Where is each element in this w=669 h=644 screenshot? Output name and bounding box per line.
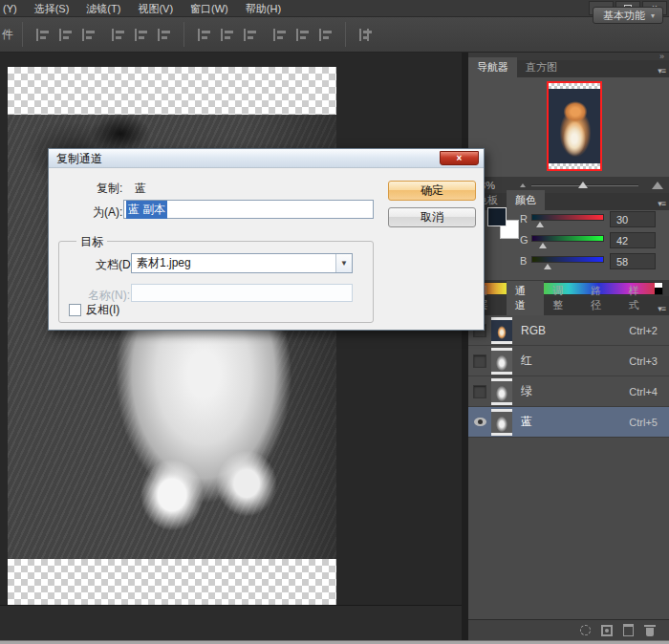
visibility-cell[interactable]	[468, 354, 491, 368]
panel-dock: » 导航器 直方图 ▾≡ 33% 色板 颜色 ▾≡	[468, 53, 669, 640]
align-top-group	[111, 28, 171, 42]
tab-adjustments[interactable]: 调整	[544, 281, 582, 315]
align-left-icon[interactable]	[35, 28, 50, 42]
blue-value-field[interactable]: 58	[610, 253, 656, 269]
channel-shortcut: Ctrl+4	[629, 386, 658, 397]
options-bar: 件	[0, 17, 669, 53]
new-channel-icon[interactable]	[623, 624, 634, 636]
zoom-slider-thumb[interactable]	[578, 182, 588, 188]
channels-tabbar: 图层 通道 调整 路径 样式 ▾≡	[468, 296, 669, 315]
red-slider[interactable]	[531, 214, 604, 221]
channel-name: RGB	[521, 324, 629, 337]
align-hcenter-icon[interactable]	[58, 28, 73, 42]
distribute-group-1	[197, 28, 257, 42]
menu-item-truncated[interactable]: (Y)	[0, 0, 26, 17]
destination-group-label: 目标	[76, 234, 107, 250]
destination-groupbox: 目标 文档(D): 素材1.jpeg ▼ 名称(N): 反相(I)	[58, 241, 374, 323]
visibility-cell[interactable]	[468, 385, 491, 398]
auto-align-layers-icon[interactable]	[358, 28, 378, 42]
distribute-vcenter-icon[interactable]	[220, 28, 234, 42]
thumb-checker-bottom	[549, 163, 600, 169]
menu-item-view[interactable]: 视图(V)	[129, 0, 182, 17]
navigator-proxy-view[interactable]	[547, 81, 602, 171]
toolbar-divider	[183, 22, 184, 47]
status-bar	[0, 605, 462, 640]
align-bottom-icon[interactable]	[157, 28, 171, 42]
channel-shortcut: Ctrl+5	[629, 417, 658, 428]
channel-thumbnail-rgb	[491, 317, 512, 344]
workspace-switcher-button[interactable]: 基本功能 ▾	[593, 7, 663, 24]
green-value-field[interactable]: 42	[610, 232, 656, 248]
menu-item-filter[interactable]: 滤镜(T)	[77, 0, 129, 17]
blue-slider-thumb[interactable]	[544, 264, 551, 269]
duplicate-channel-dialog: 复制通道 × 复制: 蓝 为(A): 蓝 副本 确定 取消 目标 文档(D): …	[48, 148, 485, 331]
align-right-icon[interactable]	[81, 28, 96, 42]
load-channel-as-selection-icon[interactable]	[580, 625, 591, 635]
red-value-field[interactable]: 30	[610, 211, 656, 227]
dock-separator[interactable]	[462, 53, 468, 640]
eye-icon[interactable]	[474, 418, 486, 426]
align-top-icon[interactable]	[111, 28, 125, 42]
red-slider-row: R 30	[520, 211, 663, 230]
zoom-in-icon[interactable]	[652, 182, 663, 189]
channel-name-input[interactable]: 蓝 副本	[123, 200, 374, 219]
channel-row-blue[interactable]: 蓝 Ctrl+5	[468, 407, 669, 438]
chevron-down-icon: ▼	[335, 254, 352, 272]
tab-paths[interactable]: 路径	[582, 281, 620, 315]
invert-checkbox[interactable]	[69, 304, 81, 316]
document-dropdown[interactable]: 素材1.jpeg ▼	[131, 253, 353, 273]
red-slider-thumb[interactable]	[536, 222, 544, 227]
blue-slider-row: B 58	[520, 253, 663, 272]
distribute-bottom-icon[interactable]	[243, 28, 257, 42]
panel-menu-icon[interactable]: ▾≡	[658, 199, 665, 210]
save-selection-as-channel-icon[interactable]	[601, 625, 613, 636]
menu-item-select[interactable]: 选择(S)	[26, 0, 78, 17]
channel-row-rgb[interactable]: RGB Ctrl+2	[468, 315, 669, 346]
dialog-title[interactable]: 复制通道	[49, 149, 484, 168]
distribute-left-icon[interactable]	[272, 28, 287, 42]
panel-menu-icon[interactable]: ▾≡	[658, 66, 665, 77]
foreground-color-swatch[interactable]	[487, 207, 507, 226]
tab-channels[interactable]: 通道	[507, 281, 545, 315]
tab-styles[interactable]: 样式	[620, 281, 658, 315]
channel-row-red[interactable]: 红 Ctrl+3	[468, 346, 669, 376]
as-label: 为(A):	[93, 204, 122, 221]
tab-histogram[interactable]: 直方图	[517, 57, 566, 77]
tab-color[interactable]: 颜色	[507, 190, 545, 210]
channels-panel-empty-area	[468, 438, 669, 619]
toolbar-divider	[345, 22, 346, 47]
eye-toggle-empty[interactable]	[473, 354, 486, 368]
navigator-tabbar: 导航器 直方图 ▾≡	[468, 60, 669, 77]
duplicate-label: 复制:	[97, 181, 122, 197]
tab-navigator[interactable]: 导航器	[468, 57, 517, 77]
channel-row-green[interactable]: 绿 Ctrl+4	[468, 376, 669, 407]
zoom-slider[interactable]	[531, 184, 638, 186]
align-vcenter-icon[interactable]	[134, 28, 148, 42]
cancel-button[interactable]: 取消	[388, 207, 476, 227]
navigator-panel	[468, 77, 669, 177]
menu-item-window[interactable]: 窗口(W)	[182, 0, 237, 17]
chevron-down-icon: ▾	[651, 11, 655, 20]
distribute-hcenter-icon[interactable]	[295, 28, 310, 42]
window-bottom-edge	[0, 640, 669, 644]
green-slider[interactable]	[531, 235, 604, 242]
blue-slider[interactable]	[531, 256, 604, 263]
distribute-right-icon[interactable]	[318, 28, 333, 42]
ok-button[interactable]: 确定	[388, 181, 476, 201]
menu-item-help[interactable]: 帮助(H)	[237, 0, 290, 17]
invert-label: 反相(I)	[86, 302, 119, 318]
transparency-checker-bottom	[8, 559, 336, 605]
eye-toggle-empty[interactable]	[473, 385, 486, 398]
zoom-out-icon[interactable]	[520, 183, 526, 187]
distribute-top-icon[interactable]	[197, 28, 211, 42]
align-left-group	[35, 28, 96, 42]
invert-row: 反相(I)	[69, 302, 119, 318]
toolbar-divider	[22, 22, 23, 47]
transparency-checker-top	[8, 67, 336, 115]
delete-channel-icon[interactable]	[644, 624, 656, 636]
dialog-close-icon[interactable]: ×	[440, 151, 479, 165]
green-slider-thumb[interactable]	[539, 243, 547, 248]
menu-bar: (Y) 选择(S) 滤镜(T) 视图(V) 窗口(W) 帮助(H)	[0, 0, 669, 17]
visibility-cell[interactable]	[468, 418, 491, 426]
panel-menu-icon[interactable]: ▾≡	[658, 304, 665, 315]
